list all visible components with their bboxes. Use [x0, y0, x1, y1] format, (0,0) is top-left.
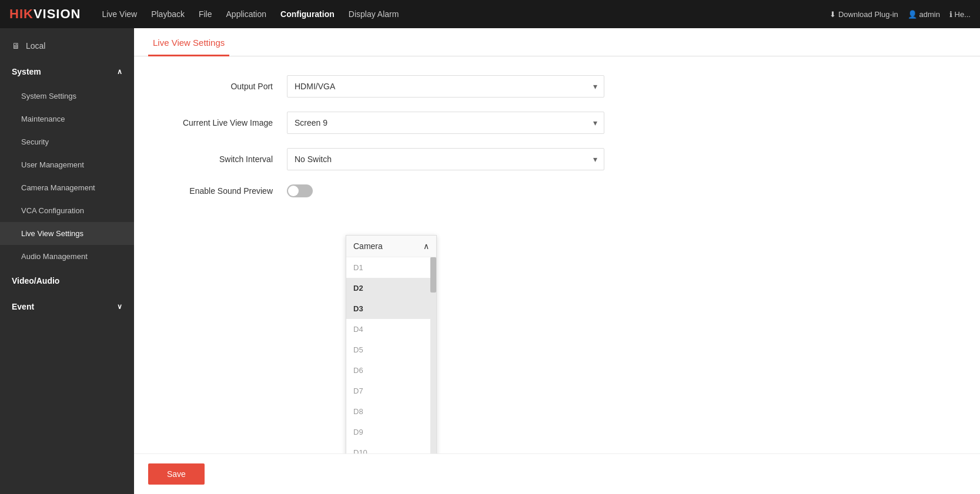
- output-port-control: HDMI/VGA HDMI VGA ▾: [287, 75, 604, 98]
- switch-interval-select-wrapper: No Switch 5s 10s 20s 30s ▾: [287, 148, 604, 170]
- switch-interval-label: Switch Interval: [158, 154, 287, 164]
- sidebar-video-audio-label: Video/Audio: [12, 276, 59, 285]
- switch-interval-select[interactable]: No Switch 5s 10s 20s 30s: [287, 148, 604, 170]
- admin-menu[interactable]: 👤 admin: [908, 10, 940, 19]
- camera-item-D7[interactable]: D7: [346, 381, 436, 401]
- sound-preview-label: Enable Sound Preview: [158, 186, 287, 196]
- sidebar-item-security[interactable]: Security: [0, 130, 134, 153]
- brand-logo: HIKVISION: [9, 6, 81, 22]
- system-chevron-icon: ∧: [117, 68, 122, 76]
- nav-right-area: ⬇ Download Plug-in 👤 admin ℹ He...: [830, 10, 971, 19]
- camera-panel: Camera ∧ D1 D2 D3 D4 D5 D6 D7 D8 D9 D10 …: [346, 235, 437, 458]
- sidebar-system-label: System: [12, 67, 41, 76]
- event-chevron-icon: ∨: [117, 303, 122, 311]
- sidebar-section-system[interactable]: System ∧: [0, 59, 134, 85]
- save-area: Save: [134, 453, 980, 494]
- sidebar-section-event[interactable]: Event ∨: [0, 294, 134, 320]
- nav-file[interactable]: File: [199, 7, 212, 21]
- output-port-label: Output Port: [158, 82, 287, 91]
- nav-playback[interactable]: Playback: [151, 7, 185, 21]
- sidebar-item-audio-management[interactable]: Audio Management: [0, 245, 134, 268]
- camera-item-D8[interactable]: D8: [346, 401, 436, 422]
- content-area: Live View Settings Output Port HDMI/VGA …: [134, 28, 980, 494]
- help-link[interactable]: ℹ He...: [949, 10, 971, 19]
- sidebar-event-label: Event: [12, 302, 34, 311]
- sidebar-item-user-management[interactable]: User Management: [0, 153, 134, 176]
- main-layout: 🖥 Local System ∧ System Settings Mainten…: [0, 28, 980, 494]
- sound-preview-row: Enable Sound Preview: [158, 184, 956, 197]
- nav-live-view[interactable]: Live View: [102, 7, 137, 21]
- camera-item-D1[interactable]: D1: [346, 257, 436, 278]
- live-view-image-label: Current Live View Image: [158, 118, 287, 127]
- nav-configuration[interactable]: Configuration: [280, 7, 335, 21]
- sidebar-section-video-audio[interactable]: Video/Audio: [0, 268, 134, 294]
- toggle-knob: [288, 186, 299, 196]
- camera-scrollbar[interactable]: [430, 257, 436, 457]
- camera-item-D6[interactable]: D6: [346, 360, 436, 381]
- sidebar: 🖥 Local System ∧ System Settings Mainten…: [0, 28, 134, 494]
- output-port-select-wrapper: HDMI/VGA HDMI VGA ▾: [287, 75, 604, 98]
- output-port-select[interactable]: HDMI/VGA HDMI VGA: [287, 75, 604, 98]
- live-view-image-control: Screen 1 Screen 2 Screen 3 Screen 4 Scre…: [287, 112, 604, 134]
- output-port-row: Output Port HDMI/VGA HDMI VGA ▾: [158, 75, 956, 98]
- sidebar-local-label: Local: [26, 41, 45, 51]
- switch-interval-row: Switch Interval No Switch 5s 10s 20s 30s…: [158, 148, 956, 170]
- sidebar-item-vca-configuration[interactable]: VCA Configuration: [0, 199, 134, 222]
- sound-preview-control: [287, 184, 604, 197]
- camera-item-D4[interactable]: D4: [346, 319, 436, 340]
- local-icon: 🖥: [12, 41, 20, 51]
- camera-item-D5[interactable]: D5: [346, 340, 436, 360]
- settings-form: Output Port HDMI/VGA HDMI VGA ▾ Current …: [134, 56, 980, 230]
- nav-application[interactable]: Application: [226, 7, 267, 21]
- camera-scroll-up-icon[interactable]: ∧: [423, 241, 429, 251]
- tab-bar: Live View Settings: [134, 28, 980, 56]
- camera-scrollbar-thumb: [430, 257, 436, 293]
- top-navigation: HIKVISION Live View Playback File Applic…: [0, 0, 980, 28]
- sidebar-item-maintenance[interactable]: Maintenance: [0, 107, 134, 130]
- camera-item-D9[interactable]: D9: [346, 422, 436, 442]
- switch-interval-control: No Switch 5s 10s 20s 30s ▾: [287, 148, 604, 170]
- sidebar-item-local[interactable]: 🖥 Local: [0, 33, 134, 59]
- tab-live-view-settings[interactable]: Live View Settings: [148, 28, 229, 56]
- nav-display-alarm[interactable]: Display Alarm: [349, 7, 399, 21]
- sidebar-item-camera-management[interactable]: Camera Management: [0, 176, 134, 199]
- live-view-image-select-wrapper: Screen 1 Screen 2 Screen 3 Screen 4 Scre…: [287, 112, 604, 134]
- logo-vision: VISION: [34, 6, 81, 21]
- download-plugin-link[interactable]: ⬇ Download Plug-in: [830, 10, 898, 19]
- sound-preview-toggle[interactable]: [287, 184, 313, 197]
- save-button[interactable]: Save: [148, 463, 205, 485]
- live-view-image-select[interactable]: Screen 1 Screen 2 Screen 3 Screen 4 Scre…: [287, 112, 604, 134]
- sidebar-item-live-view-settings[interactable]: Live View Settings: [0, 222, 134, 245]
- live-view-image-row: Current Live View Image Screen 1 Screen …: [158, 112, 956, 134]
- camera-item-D3[interactable]: D3: [346, 298, 436, 319]
- logo-hik: HIK: [9, 6, 34, 21]
- camera-panel-header: Camera ∧: [346, 236, 436, 257]
- camera-header-label: Camera: [353, 241, 383, 251]
- sidebar-item-system-settings[interactable]: System Settings: [0, 85, 134, 107]
- sidebar-system-submenu: System Settings Maintenance Security Use…: [0, 85, 134, 268]
- camera-list: D1 D2 D3 D4 D5 D6 D7 D8 D9 D10 D11: [346, 257, 436, 457]
- camera-item-D2[interactable]: D2: [346, 278, 436, 298]
